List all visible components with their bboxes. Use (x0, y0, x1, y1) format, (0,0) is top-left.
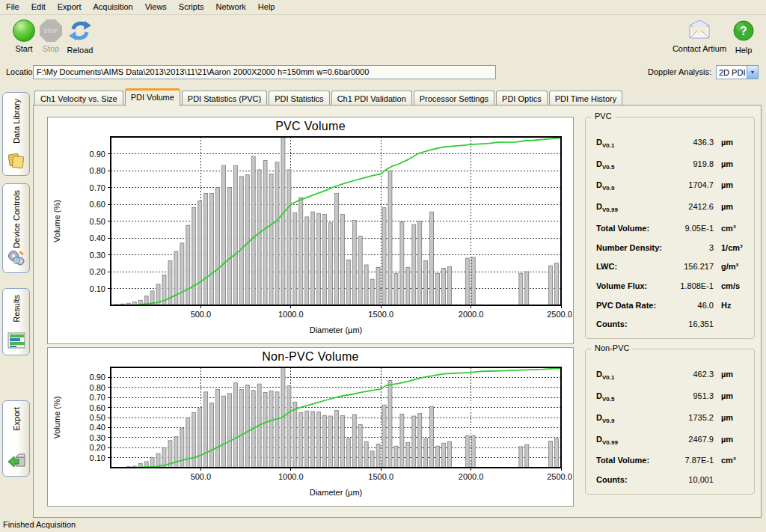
stat-label: LWC: (596, 262, 672, 271)
stat-label: Number Density: (596, 243, 672, 252)
stat-unit: µm (714, 202, 747, 211)
stat-unit: µm (714, 138, 747, 147)
svg-text:0.10: 0.10 (90, 453, 105, 462)
nonpvc-chart-title: Non-PVC Volume (48, 348, 573, 364)
stat-row: DV0.1462.3µm (596, 370, 747, 381)
stat-row: DV0.1436.3µm (596, 138, 747, 149)
svg-text:1000.0: 1000.0 (278, 472, 304, 481)
menu-item-file[interactable]: File (0, 0, 25, 13)
tab-pdi-optics[interactable]: PDI Optics (496, 91, 548, 106)
pvc-volume-chart[interactable]: 0.100.200.300.400.500.600.700.800.90500.… (48, 133, 573, 340)
start-button[interactable]: Start (7, 19, 40, 53)
stat-unit: g/m³ (714, 262, 747, 271)
stat-value: 156.217 (672, 262, 714, 271)
stop-icon: STOP (40, 19, 62, 42)
svg-text:?: ? (740, 25, 747, 37)
contact-artium-label: Contact Artium (672, 44, 727, 53)
svg-text:0.40: 0.40 (90, 233, 105, 242)
svg-text:1500.0: 1500.0 (368, 472, 393, 481)
reload-button[interactable]: Reload (63, 19, 97, 55)
menu-item-help[interactable]: Help (252, 0, 281, 13)
svg-text:0.70: 0.70 (90, 393, 105, 402)
svg-text:0.30: 0.30 (90, 433, 105, 442)
stat-row: Counts:10,001 (596, 475, 747, 484)
tab-pdi-time-history[interactable]: PDI Time History (549, 91, 623, 106)
tab-pdi-volume[interactable]: PDI Volume (125, 88, 180, 106)
stat-row: DV0.91735.2µm (596, 413, 747, 424)
location-field[interactable]: F:\My Documents\AIMS Data\2013\2013\11\2… (33, 65, 496, 79)
main-content: PVC Volume 0.100.200.300.400.500.600.700… (33, 88, 762, 518)
stat-value: 10,001 (672, 475, 714, 484)
stop-label: Stop (37, 44, 64, 53)
svg-text:0.60: 0.60 (90, 200, 105, 209)
stat-label: DV0.99 (596, 202, 672, 213)
svg-text:1000.0: 1000.0 (278, 310, 304, 319)
stat-label: PVC Data Rate: (596, 301, 672, 310)
help-button[interactable]: ? Help (729, 19, 759, 55)
doppler-analysis-select[interactable]: 2D PDI ▼ (716, 65, 759, 79)
stat-unit: µm (714, 159, 747, 168)
stat-label: Total Volume: (596, 224, 672, 233)
stat-unit: cm/s (714, 281, 747, 290)
start-label: Start (7, 44, 40, 53)
svg-text:0.30: 0.30 (90, 251, 105, 260)
menu-item-export[interactable]: Export (52, 0, 88, 13)
tab-pdi-statistics-pvc-[interactable]: PDI Statistics (PVC) (182, 91, 267, 106)
toolbar: Start STOP Stop Reload Contact Artium ? … (0, 15, 766, 63)
sidebar-item-data-library[interactable]: Data Library (2, 92, 30, 176)
stat-row: Total Volume:7.87E-1cm³ (596, 456, 747, 465)
tab-ch1-velocity-vs-size[interactable]: Ch1 Velocity vs. Size (34, 91, 123, 106)
stat-value: 46.0 (672, 301, 714, 310)
svg-text:2000.0: 2000.0 (459, 310, 484, 319)
help-icon: ? (732, 19, 755, 42)
pvc-stat-rows: DV0.1436.3µmDV0.5919.8µmDV0.91704.7µmDV0… (596, 132, 747, 334)
sidebar-item-export[interactable]: Export (2, 400, 30, 477)
svg-text:Volume (%): Volume (%) (52, 397, 61, 439)
stat-label: DV0.5 (596, 391, 672, 403)
tab-ch1-pdi-validation[interactable]: Ch1 PDI Validation (331, 91, 412, 106)
stat-value: 1.808E-1 (672, 281, 714, 290)
stat-label: DV0.1 (596, 138, 672, 149)
envelope-icon (687, 19, 711, 40)
svg-text:2500.0: 2500.0 (547, 310, 572, 319)
contact-artium-button[interactable]: Contact Artium (672, 19, 727, 53)
stat-unit: cm³ (714, 456, 747, 465)
chevron-down-icon[interactable]: ▼ (747, 66, 758, 79)
menu-item-acquisition[interactable]: Acquisition (88, 0, 139, 13)
stat-unit: Hz (714, 301, 747, 310)
nonpvc-volume-chart[interactable]: 0.100.200.300.400.500.600.700.800.90500.… (48, 364, 573, 502)
stat-label: DV0.1 (596, 370, 672, 381)
stat-unit: µm (714, 370, 747, 379)
status-text: Finished Acquisition (3, 520, 76, 529)
nonpvc-stats-groupbox: Non-PVC DV0.1462.3µmDV0.5951.3µmDV0.9173… (585, 349, 755, 495)
sidebar-item-device-controls[interactable]: Device Controls (2, 183, 30, 273)
nonpvc-stat-rows: DV0.1462.3µmDV0.5951.3µmDV0.91735.2µmDV0… (596, 364, 747, 489)
tab-processor-settings[interactable]: Processor Settings (414, 91, 494, 106)
svg-text:2000.0: 2000.0 (459, 472, 484, 481)
stat-value: 9.05E-1 (672, 224, 714, 233)
tab-page: PVC Volume 0.100.200.300.400.500.600.700… (33, 105, 762, 518)
stat-unit: µm (714, 435, 747, 444)
gears-icon (7, 249, 26, 269)
tab-pdi-statistics[interactable]: PDI Statistics (269, 91, 329, 106)
stat-value: 3 (672, 243, 714, 252)
sidebar-item-label: Device Controls (12, 190, 21, 248)
stop-button: STOP Stop (37, 19, 64, 53)
menu-item-network[interactable]: Network (209, 0, 251, 13)
pvc-volume-chart-panel: PVC Volume 0.100.200.300.400.500.600.700… (47, 117, 574, 344)
export-icon (7, 453, 26, 472)
stat-value: 951.3 (672, 391, 714, 400)
svg-text:Volume (%): Volume (%) (52, 200, 61, 242)
stat-unit: cm³ (714, 224, 747, 233)
menu-item-views[interactable]: Views (139, 0, 173, 13)
stat-label: Counts: (596, 475, 672, 484)
stat-label: Total Volume: (596, 456, 672, 465)
menu-bar: FileEditExportAcquisitionViewsScriptsNet… (0, 0, 766, 15)
menu-item-edit[interactable]: Edit (25, 0, 52, 13)
menu-item-scripts[interactable]: Scripts (173, 0, 210, 13)
stat-value: 1735.2 (672, 413, 714, 422)
stat-row: DV0.5919.8µm (596, 159, 747, 171)
stat-unit: µm (714, 413, 747, 422)
svg-text:500.0: 500.0 (191, 310, 212, 319)
sidebar-item-results[interactable]: Results (2, 288, 30, 355)
